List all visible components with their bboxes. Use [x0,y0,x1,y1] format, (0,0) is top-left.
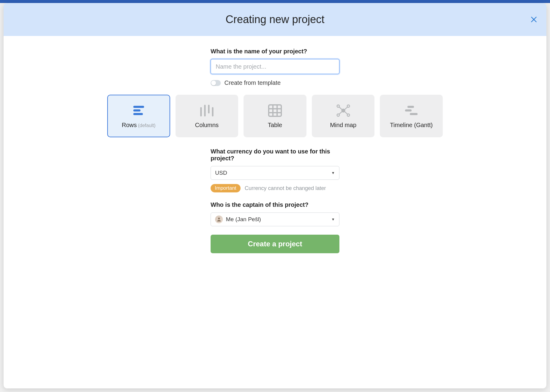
currency-note: Currency cannot be changed later [245,185,326,192]
template-toggle-label: Create from template [224,79,281,86]
svg-rect-3 [133,109,140,111]
svg-rect-4 [133,113,143,115]
close-icon [531,16,537,23]
rows-icon [131,104,147,117]
svg-rect-25 [410,113,418,115]
project-name-label: What is the name of your project? [211,48,339,55]
layout-option-mindmap[interactable]: Mind map [312,95,375,137]
columns-icon [199,104,215,117]
svg-point-17 [347,105,350,107]
svg-line-20 [339,111,342,114]
layout-option-columns[interactable]: Columns [176,95,238,137]
svg-point-26 [218,218,220,219]
svg-rect-2 [133,106,144,108]
svg-rect-24 [405,109,412,111]
avatar [215,215,223,223]
layout-options: Rows(default) Columns [107,95,443,137]
layout-label: Mind map [330,122,356,129]
project-name-input[interactable] [211,59,339,74]
layout-label: Columns [195,122,219,129]
svg-line-22 [344,111,347,114]
captain-label: Who is the captain of this project? [211,201,339,208]
svg-rect-9 [269,105,281,116]
table-icon [267,104,283,117]
layout-option-timeline[interactable]: Timeline (Gantt) [380,95,443,137]
layout-option-rows[interactable]: Rows(default) [107,95,170,137]
modal-title: Creating new project [226,13,324,26]
svg-point-19 [337,114,339,116]
caret-down-icon: ▼ [331,217,335,221]
svg-rect-23 [407,106,414,108]
mindmap-icon [335,104,351,117]
close-button[interactable] [530,15,538,24]
toggle-knob [211,81,216,85]
svg-point-21 [347,114,350,116]
caret-down-icon: ▼ [331,171,335,175]
create-project-modal: Creating new project What is the name of… [4,3,546,388]
gantt-icon [403,104,419,117]
captain-value: Me (Jan Pešl) [226,216,261,223]
svg-point-14 [342,109,345,112]
create-project-button[interactable]: Create a project [211,235,339,253]
modal-header: Creating new project [4,3,546,36]
svg-line-18 [344,107,347,110]
svg-point-15 [337,105,339,107]
layout-option-table[interactable]: Table [244,95,306,137]
captain-select[interactable]: Me (Jan Pešl) ▼ [211,212,339,226]
template-toggle[interactable] [211,80,221,86]
app-topbar [0,0,550,3]
currency-select[interactable]: USD ▼ [211,166,339,180]
important-badge: Important [211,184,241,192]
currency-label: What currency do you want to use for thi… [211,148,339,162]
modal-body: What is the name of your project? Create… [4,36,546,388]
currency-value: USD [215,170,227,176]
layout-label: Table [268,122,282,129]
layout-label: Timeline (Gantt) [390,122,433,129]
layout-label: Rows(default) [122,122,155,129]
svg-line-16 [339,107,342,110]
